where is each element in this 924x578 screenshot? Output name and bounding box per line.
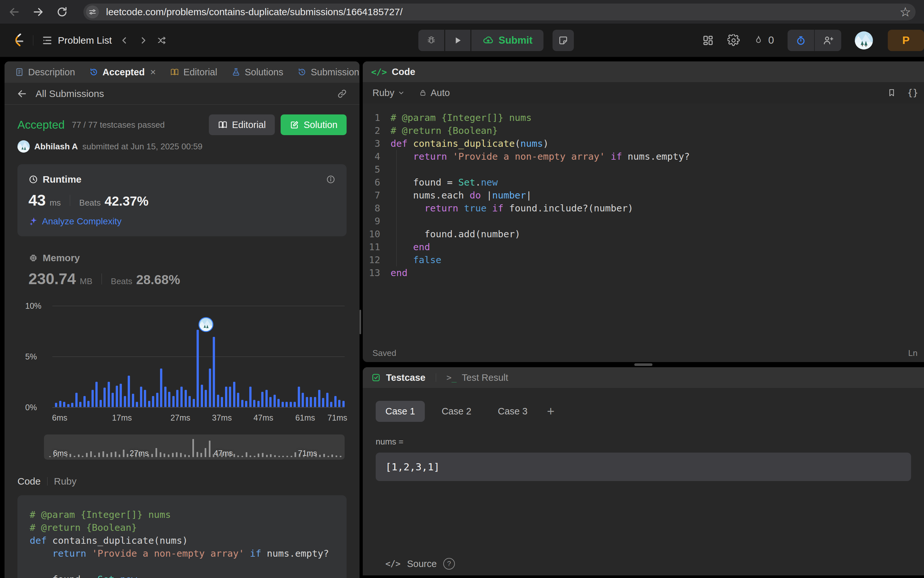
run-button[interactable] xyxy=(445,30,470,51)
back-icon[interactable] xyxy=(8,6,20,18)
chart-user-marker[interactable] xyxy=(198,317,213,332)
runtime-card[interactable]: Runtime 43 ms Beats 42.37% xyxy=(18,164,347,236)
param-input[interactable]: [1,2,3,1] xyxy=(376,453,911,481)
user-avatar[interactable] xyxy=(855,31,873,49)
language-selector[interactable]: Ruby xyxy=(372,88,405,98)
tab-editorial[interactable]: Editorial xyxy=(168,67,219,78)
premium-button[interactable]: P xyxy=(888,30,924,51)
horizontal-splitter[interactable] xyxy=(363,362,924,367)
reload-icon[interactable] xyxy=(56,6,68,18)
url-text[interactable]: leetcode.com/problems/contains-duplicate… xyxy=(106,6,403,18)
divider xyxy=(33,35,33,45)
code-editor[interactable]: 1# @param {Integer[]} nums2# @return {Bo… xyxy=(363,104,924,344)
note-icon xyxy=(558,35,568,45)
memory-section[interactable]: Memory 230.74 MB Beats 28.68% xyxy=(18,252,347,288)
link-icon[interactable] xyxy=(337,89,347,99)
brush-bar xyxy=(331,455,333,457)
case-3-tab[interactable]: Case 3 xyxy=(488,401,538,422)
code-line: 1# @param {Integer[]} nums xyxy=(363,111,924,124)
brush-bar xyxy=(86,453,88,457)
runtime-distribution-chart[interactable]: 10%5%0% 6ms17ms27ms37ms47ms61ms71ms xyxy=(18,306,347,426)
indent-guide xyxy=(396,227,397,240)
submitted-code-block[interactable]: # @param {Integer[]} nums# @return {Bool… xyxy=(18,495,347,578)
vertical-splitter-handle[interactable] xyxy=(359,310,361,334)
chart-bar xyxy=(79,402,81,407)
browser-toolbar: leetcode.com/problems/contains-duplicate… xyxy=(0,0,924,24)
submissions-subheader: All Submissions xyxy=(5,83,359,105)
analyze-complexity-link[interactable]: Analyze Complexity xyxy=(28,216,336,227)
memory-beats: 28.68% xyxy=(136,273,180,287)
chart-bar xyxy=(144,390,146,407)
all-submissions-label[interactable]: All Submissions xyxy=(36,88,104,99)
line-number: 11 xyxy=(363,240,391,253)
saved-status: Saved xyxy=(372,348,396,358)
submit-button[interactable]: Submit xyxy=(471,30,544,51)
debug-button[interactable] xyxy=(418,30,444,51)
layout-grid-icon[interactable] xyxy=(702,34,714,46)
memory-chip-icon xyxy=(28,253,38,263)
splitter-handle[interactable] xyxy=(634,363,653,366)
indent-guide xyxy=(396,176,397,189)
chart-bar xyxy=(205,390,207,407)
site-settings-icon[interactable] xyxy=(86,5,99,18)
auto-mode[interactable]: Auto xyxy=(419,88,450,98)
code-panel-header: </> Code xyxy=(363,62,924,82)
close-icon[interactable]: × xyxy=(150,67,156,78)
chart-bar xyxy=(306,397,308,407)
tab-solutions[interactable]: Solutions xyxy=(229,67,285,78)
help-icon[interactable]: ? xyxy=(443,558,455,570)
editorial-button[interactable]: Editorial xyxy=(209,114,275,135)
leetcode-logo[interactable] xyxy=(11,34,24,47)
brush-bar xyxy=(258,453,259,457)
info-icon[interactable] xyxy=(326,175,336,184)
bug-icon xyxy=(426,35,437,45)
chart-bar xyxy=(71,403,73,407)
prev-problem-icon[interactable] xyxy=(120,36,129,45)
beats-label: Beats xyxy=(111,276,133,286)
add-case-icon[interactable]: + xyxy=(544,404,557,419)
test-result-tab[interactable]: Test Result xyxy=(462,372,508,383)
code-icon: </> xyxy=(371,67,387,77)
memory-label: Memory xyxy=(43,252,80,263)
bookmark-star-icon[interactable]: ☆ xyxy=(900,5,911,18)
settings-gear-icon[interactable] xyxy=(728,34,740,47)
indent-guide xyxy=(396,215,397,227)
testcase-tab[interactable]: Testcase xyxy=(386,372,425,383)
tab-submissions[interactable]: Submissions xyxy=(296,67,359,78)
author-avatar xyxy=(18,140,30,153)
shuffle-icon[interactable] xyxy=(157,35,167,45)
forward-icon[interactable] xyxy=(32,6,44,18)
chart-bar xyxy=(302,393,304,407)
brush-bar xyxy=(294,452,296,457)
line-number: 7 xyxy=(363,189,391,202)
chart-bar xyxy=(225,386,227,407)
next-problem-icon[interactable] xyxy=(138,36,148,45)
chart-bar xyxy=(330,402,332,407)
streak-counter[interactable]: 0 xyxy=(753,34,774,46)
format-braces-icon[interactable]: {} xyxy=(907,88,918,98)
problem-list-icon[interactable] xyxy=(42,35,53,46)
brush-bar xyxy=(262,453,263,457)
chart-bar xyxy=(124,396,126,408)
solution-button[interactable]: Solution xyxy=(281,114,347,135)
brush-bars xyxy=(49,435,341,457)
indent-guide xyxy=(396,150,397,163)
back-arrow-icon[interactable] xyxy=(17,89,27,99)
tab-accepted[interactable]: Accepted × xyxy=(87,67,158,78)
timer-button[interactable] xyxy=(788,30,814,51)
author-name[interactable]: Abhilash A xyxy=(34,141,78,152)
brush-bar xyxy=(184,455,186,457)
case-2-tab[interactable]: Case 2 xyxy=(432,401,481,422)
problem-list-label[interactable]: Problem List xyxy=(58,35,112,46)
bookmark-icon[interactable] xyxy=(887,88,896,97)
notes-button[interactable] xyxy=(552,30,574,51)
tab-description[interactable]: Description xyxy=(13,67,77,78)
chart-brush[interactable]: 6ms27ms47ms71ms xyxy=(44,435,345,459)
runtime-beats: 42.37% xyxy=(105,194,149,208)
case-1-tab[interactable]: Case 1 xyxy=(376,401,425,422)
code-line: 8 return true if found.include?(number) xyxy=(363,202,924,215)
address-bar[interactable]: leetcode.com/problems/contains-duplicate… xyxy=(83,3,916,20)
chart-bar xyxy=(290,402,292,407)
collaborate-button[interactable] xyxy=(815,30,841,51)
source-link[interactable]: Source xyxy=(407,559,437,569)
